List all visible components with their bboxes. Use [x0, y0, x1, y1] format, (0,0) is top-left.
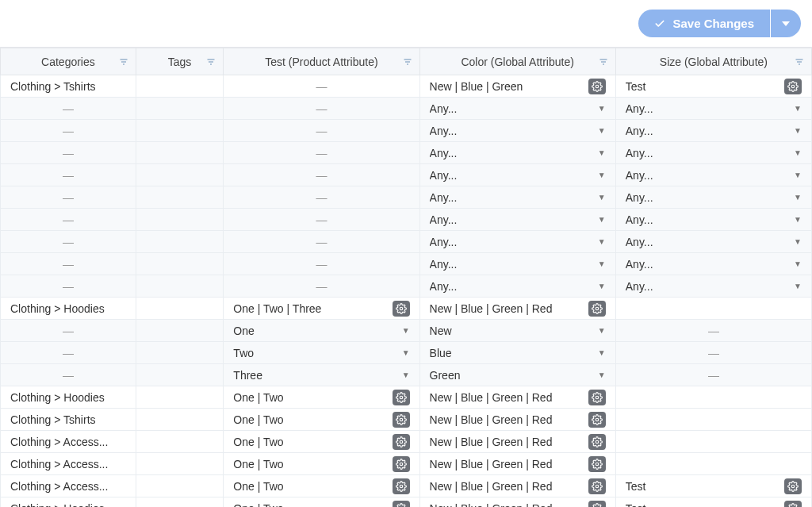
categories-cell[interactable]: — — [1, 275, 136, 298]
chevron-down-icon[interactable]: ▼ — [794, 237, 802, 246]
column-header[interactable]: Categories — [1, 48, 136, 75]
size-cell[interactable]: Any...▼ — [615, 142, 811, 164]
test-cell[interactable]: — — [224, 209, 419, 231]
categories-cell[interactable]: Clothing > Access... — [1, 431, 136, 453]
categories-cell[interactable]: — — [1, 98, 136, 120]
size-cell[interactable]: Any...▼ — [615, 98, 811, 120]
tags-cell[interactable] — [136, 275, 224, 298]
chevron-down-icon[interactable]: ▼ — [598, 237, 606, 246]
tags-cell[interactable] — [136, 475, 224, 497]
size-cell[interactable] — [615, 453, 811, 475]
test-cell[interactable]: — — [224, 253, 419, 275]
gear-icon[interactable] — [393, 301, 410, 317]
chevron-down-icon[interactable]: ▼ — [794, 148, 802, 157]
gear-icon[interactable] — [393, 412, 410, 428]
categories-cell[interactable]: — — [1, 186, 136, 209]
test-cell[interactable]: One | Two — [224, 497, 419, 508]
test-cell[interactable]: One | Two — [224, 475, 419, 497]
tags-cell[interactable] — [136, 453, 224, 475]
color-cell[interactable]: New | Blue | Green | Red — [419, 475, 615, 497]
test-cell[interactable]: — — [224, 75, 419, 98]
color-cell[interactable]: Any...▼ — [419, 120, 615, 142]
test-cell[interactable]: — — [224, 120, 419, 142]
gear-icon[interactable] — [393, 478, 410, 494]
tags-cell[interactable] — [136, 320, 224, 342]
test-cell[interactable]: — — [224, 164, 419, 186]
tags-cell[interactable] — [136, 231, 224, 253]
save-button[interactable]: Save Changes — [638, 10, 770, 37]
gear-icon[interactable] — [393, 434, 410, 450]
size-cell[interactable] — [615, 386, 811, 409]
gear-icon[interactable] — [588, 434, 606, 450]
color-cell[interactable]: New | Blue | Green | Red — [419, 386, 615, 409]
categories-cell[interactable]: Clothing > Hoodies — [1, 298, 136, 320]
categories-cell[interactable]: — — [1, 364, 136, 386]
tags-cell[interactable] — [136, 342, 224, 364]
color-cell[interactable]: Blue▼ — [419, 342, 615, 364]
chevron-down-icon[interactable]: ▼ — [794, 259, 802, 268]
test-cell[interactable]: One | Two — [224, 431, 419, 453]
size-cell[interactable]: Test — [615, 75, 811, 98]
categories-cell[interactable]: — — [1, 253, 136, 275]
size-cell[interactable] — [615, 298, 811, 320]
color-cell[interactable]: Any...▼ — [419, 209, 615, 231]
tags-cell[interactable] — [136, 364, 224, 386]
chevron-down-icon[interactable]: ▼ — [598, 326, 606, 335]
filter-icon[interactable] — [205, 57, 216, 67]
categories-cell[interactable]: — — [1, 164, 136, 186]
categories-cell[interactable]: — — [1, 120, 136, 142]
tags-cell[interactable] — [136, 98, 224, 120]
chevron-down-icon[interactable]: ▼ — [598, 348, 606, 357]
test-cell[interactable]: One | Two — [224, 386, 419, 409]
chevron-down-icon[interactable]: ▼ — [598, 126, 606, 135]
chevron-down-icon[interactable]: ▼ — [598, 282, 606, 290]
gear-icon[interactable] — [588, 478, 606, 494]
chevron-down-icon[interactable]: ▼ — [794, 104, 802, 113]
chevron-down-icon[interactable]: ▼ — [794, 215, 802, 224]
categories-cell[interactable]: Clothing > Tshirts — [1, 75, 136, 98]
chevron-down-icon[interactable]: ▼ — [794, 126, 802, 135]
gear-icon[interactable] — [588, 79, 606, 94]
categories-cell[interactable]: Clothing > Access... — [1, 453, 136, 475]
color-cell[interactable]: Any...▼ — [419, 164, 615, 186]
gear-icon[interactable] — [393, 456, 410, 472]
test-cell[interactable]: — — [224, 275, 419, 298]
test-cell[interactable]: One | Two — [224, 453, 419, 475]
tags-cell[interactable] — [136, 253, 224, 275]
test-cell[interactable]: One | Two | Three — [224, 298, 419, 320]
categories-cell[interactable]: — — [1, 142, 136, 164]
color-cell[interactable]: Any...▼ — [419, 142, 615, 164]
color-cell[interactable]: Any...▼ — [419, 98, 615, 120]
save-dropdown[interactable] — [771, 10, 801, 37]
color-cell[interactable]: New | Blue | Green | Red — [419, 453, 615, 475]
chevron-down-icon[interactable]: ▼ — [794, 193, 802, 202]
tags-cell[interactable] — [136, 431, 224, 453]
size-cell[interactable] — [615, 409, 811, 431]
test-cell[interactable]: — — [224, 186, 419, 209]
size-cell[interactable]: Any...▼ — [615, 209, 811, 231]
color-cell[interactable]: New | Blue | Green — [419, 75, 615, 98]
categories-cell[interactable]: Clothing > Access... — [1, 475, 136, 497]
gear-icon[interactable] — [784, 478, 802, 494]
size-cell[interactable] — [615, 431, 811, 453]
chevron-down-icon[interactable]: ▼ — [402, 371, 410, 379]
size-cell[interactable]: — — [615, 342, 811, 364]
size-cell[interactable]: Any...▼ — [615, 164, 811, 186]
chevron-down-icon[interactable]: ▼ — [402, 348, 410, 357]
color-cell[interactable]: Any...▼ — [419, 253, 615, 275]
chevron-down-icon[interactable]: ▼ — [598, 171, 606, 179]
gear-icon[interactable] — [393, 501, 410, 508]
gear-icon[interactable] — [784, 79, 802, 94]
size-cell[interactable]: — — [615, 364, 811, 386]
size-cell[interactable]: Any...▼ — [615, 275, 811, 298]
color-cell[interactable]: New | Blue | Green | Red — [419, 409, 615, 431]
size-cell[interactable]: Test — [615, 475, 811, 497]
color-cell[interactable]: New | Blue | Green | Red — [419, 431, 615, 453]
gear-icon[interactable] — [588, 390, 606, 405]
size-cell[interactable]: Any...▼ — [615, 120, 811, 142]
filter-icon[interactable] — [118, 57, 129, 67]
size-cell[interactable]: — — [615, 320, 811, 342]
test-cell[interactable]: One▼ — [224, 320, 419, 342]
chevron-down-icon[interactable]: ▼ — [598, 371, 606, 379]
categories-cell[interactable]: — — [1, 231, 136, 253]
